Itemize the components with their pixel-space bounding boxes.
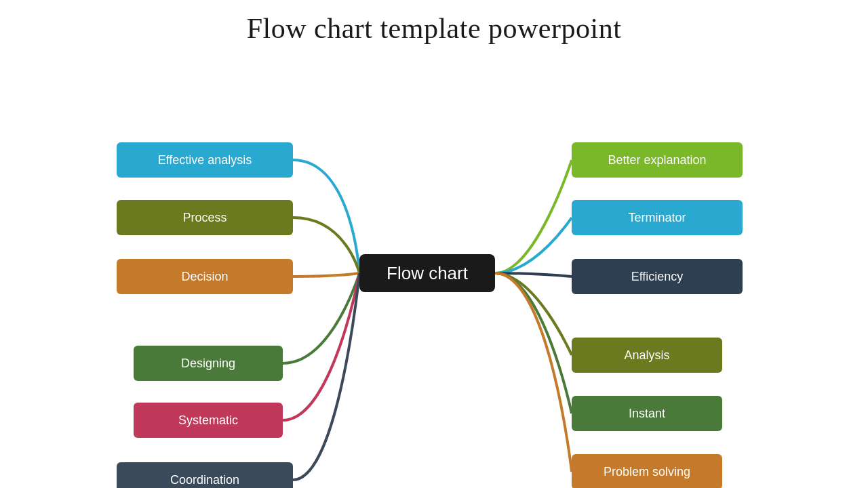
- node-designing: Designing: [134, 346, 283, 381]
- node-effective-analysis: Effective analysis: [117, 142, 293, 178]
- node-decision: Decision: [117, 259, 293, 294]
- center-node: Flow chart: [359, 254, 495, 292]
- node-instant: Instant: [572, 396, 722, 431]
- page-title: Flow chart template powerpoint: [0, 0, 868, 45]
- node-analysis: Analysis: [572, 338, 722, 373]
- diagram-area: Flow chart Effective analysis Process De…: [0, 61, 868, 488]
- node-efficiency: Efficiency: [572, 259, 743, 294]
- node-systematic: Systematic: [134, 403, 283, 438]
- node-coordination: Coordination: [117, 462, 293, 488]
- node-process: Process: [117, 200, 293, 235]
- center-label: Flow chart: [387, 263, 468, 284]
- node-better-explanation: Better explanation: [572, 142, 743, 178]
- node-terminator: Terminator: [572, 200, 743, 235]
- node-problem-solving: Problem solving: [572, 454, 722, 488]
